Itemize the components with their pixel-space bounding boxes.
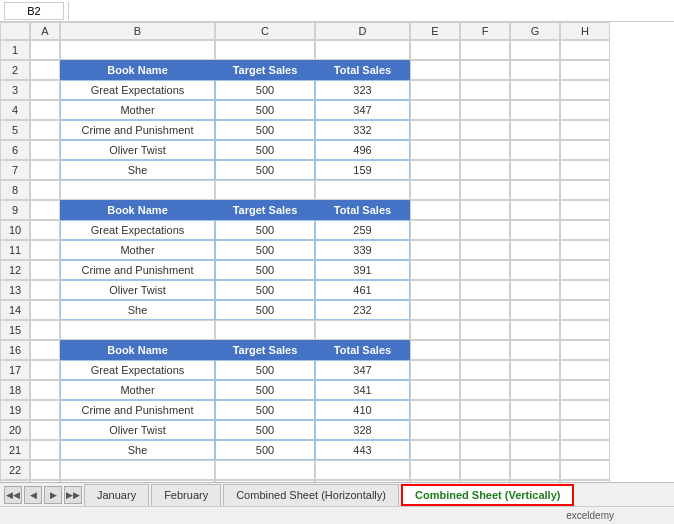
cell-d5[interactable]: 332 xyxy=(315,120,410,140)
cell-g8[interactable] xyxy=(510,180,560,200)
cell-g4[interactable] xyxy=(510,100,560,120)
row-header[interactable]: 17 xyxy=(0,360,30,380)
cell-b5[interactable]: Crime and Punishment xyxy=(60,120,215,140)
cell-c15[interactable] xyxy=(215,320,315,340)
cell-d14[interactable]: 232 xyxy=(315,300,410,320)
row-header[interactable]: 19 xyxy=(0,400,30,420)
cell-e19[interactable] xyxy=(410,400,460,420)
cell-c18[interactable]: 500 xyxy=(215,380,315,400)
col-header-g[interactable]: G xyxy=(510,22,560,40)
cell-a19[interactable] xyxy=(30,400,60,420)
tab-nav-right-right[interactable]: ▶▶ xyxy=(64,486,82,504)
cell-a4[interactable] xyxy=(30,100,60,120)
cell-a16[interactable] xyxy=(30,340,60,360)
cell-a3[interactable] xyxy=(30,80,60,100)
cell-d20[interactable]: 328 xyxy=(315,420,410,440)
cell-c14[interactable]: 500 xyxy=(215,300,315,320)
cell-d22[interactable] xyxy=(315,460,410,480)
cell-h8[interactable] xyxy=(560,180,610,200)
cell-d13[interactable]: 461 xyxy=(315,280,410,300)
sheet-tab-january[interactable]: January xyxy=(84,484,149,506)
cell-d8[interactable] xyxy=(315,180,410,200)
cell-b20[interactable]: Oliver Twist xyxy=(60,420,215,440)
cell-g11[interactable] xyxy=(510,240,560,260)
cell-g13[interactable] xyxy=(510,280,560,300)
cell-f10[interactable] xyxy=(460,220,510,240)
cell-f9[interactable] xyxy=(460,200,510,220)
cell-d4[interactable]: 347 xyxy=(315,100,410,120)
cell-e22[interactable] xyxy=(410,460,460,480)
cell-d16[interactable]: Total Sales xyxy=(315,340,410,360)
cell-d17[interactable]: 347 xyxy=(315,360,410,380)
cell-e9[interactable] xyxy=(410,200,460,220)
cell-d6[interactable]: 496 xyxy=(315,140,410,160)
cell-h14[interactable] xyxy=(560,300,610,320)
cell-b12[interactable]: Crime and Punishment xyxy=(60,260,215,280)
cell-d11[interactable]: 339 xyxy=(315,240,410,260)
cell-e11[interactable] xyxy=(410,240,460,260)
row-header[interactable]: 6 xyxy=(0,140,30,160)
cell-f5[interactable] xyxy=(460,120,510,140)
cell-d15[interactable] xyxy=(315,320,410,340)
cell-g1[interactable] xyxy=(510,40,560,60)
cell-e10[interactable] xyxy=(410,220,460,240)
cell-f4[interactable] xyxy=(460,100,510,120)
cell-e4[interactable] xyxy=(410,100,460,120)
cell-b11[interactable]: Mother xyxy=(60,240,215,260)
cell-b17[interactable]: Great Expectations xyxy=(60,360,215,380)
row-header[interactable]: 2 xyxy=(0,60,30,80)
row-header[interactable]: 20 xyxy=(0,420,30,440)
cell-g16[interactable] xyxy=(510,340,560,360)
cell-h21[interactable] xyxy=(560,440,610,460)
cell-a20[interactable] xyxy=(30,420,60,440)
cell-d10[interactable]: 259 xyxy=(315,220,410,240)
row-header[interactable]: 16 xyxy=(0,340,30,360)
cell-a8[interactable] xyxy=(30,180,60,200)
row-header[interactable]: 3 xyxy=(0,80,30,100)
cell-a1[interactable] xyxy=(30,40,60,60)
row-header[interactable]: 8 xyxy=(0,180,30,200)
row-header[interactable]: 15 xyxy=(0,320,30,340)
cell-f14[interactable] xyxy=(460,300,510,320)
row-header[interactable]: 14 xyxy=(0,300,30,320)
cell-f15[interactable] xyxy=(460,320,510,340)
cell-h18[interactable] xyxy=(560,380,610,400)
tab-nav-left[interactable]: ◀ xyxy=(24,486,42,504)
cell-c1[interactable] xyxy=(215,40,315,60)
cell-c17[interactable]: 500 xyxy=(215,360,315,380)
cell-e20[interactable] xyxy=(410,420,460,440)
cell-d19[interactable]: 410 xyxy=(315,400,410,420)
row-header[interactable]: 11 xyxy=(0,240,30,260)
cell-e5[interactable] xyxy=(410,120,460,140)
cell-e17[interactable] xyxy=(410,360,460,380)
cell-h1[interactable] xyxy=(560,40,610,60)
cell-c16[interactable]: Target Sales xyxy=(215,340,315,360)
cell-h10[interactable] xyxy=(560,220,610,240)
cell-g19[interactable] xyxy=(510,400,560,420)
sheet-tab-combined-h[interactable]: Combined Sheet (Horizontally) xyxy=(223,484,399,506)
cell-h19[interactable] xyxy=(560,400,610,420)
row-header[interactable]: 1 xyxy=(0,40,30,60)
cell-c7[interactable]: 500 xyxy=(215,160,315,180)
row-header[interactable]: 18 xyxy=(0,380,30,400)
tab-nav-right[interactable]: ▶ xyxy=(44,486,62,504)
cell-f18[interactable] xyxy=(460,380,510,400)
cell-d18[interactable]: 341 xyxy=(315,380,410,400)
cell-e7[interactable] xyxy=(410,160,460,180)
cell-f2[interactable] xyxy=(460,60,510,80)
cell-h13[interactable] xyxy=(560,280,610,300)
cell-g22[interactable] xyxy=(510,460,560,480)
cell-h4[interactable] xyxy=(560,100,610,120)
cell-e16[interactable] xyxy=(410,340,460,360)
cell-b21[interactable]: She xyxy=(60,440,215,460)
cell-e1[interactable] xyxy=(410,40,460,60)
cell-e2[interactable] xyxy=(410,60,460,80)
cell-h17[interactable] xyxy=(560,360,610,380)
col-header-e[interactable]: E xyxy=(410,22,460,40)
cell-e3[interactable] xyxy=(410,80,460,100)
cell-g6[interactable] xyxy=(510,140,560,160)
cell-f20[interactable] xyxy=(460,420,510,440)
cell-a18[interactable] xyxy=(30,380,60,400)
cell-d7[interactable]: 159 xyxy=(315,160,410,180)
cell-c5[interactable]: 500 xyxy=(215,120,315,140)
